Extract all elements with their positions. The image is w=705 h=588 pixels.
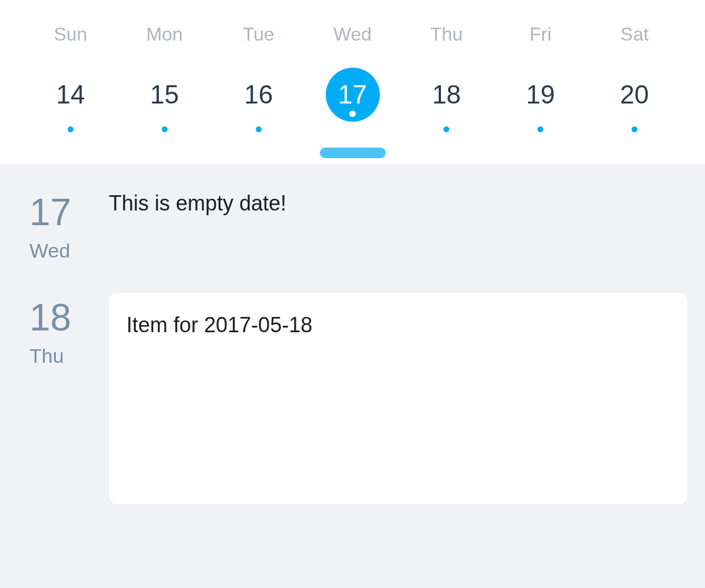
day-wed-selected[interactable]: Wed 17 bbox=[306, 24, 400, 122]
day-num-wrap: 16 bbox=[232, 68, 286, 122]
empty-date-message: This is empty date! bbox=[109, 188, 687, 216]
agenda-item-card[interactable]: Item for 2017-05-18 bbox=[109, 293, 687, 505]
event-dot-icon bbox=[68, 126, 73, 132]
agenda-date-number: 18 bbox=[29, 299, 71, 336]
day-name-label: Mon bbox=[146, 24, 183, 45]
agenda-content: This is empty date! bbox=[109, 188, 687, 216]
day-name-label: Sun bbox=[54, 24, 87, 45]
day-num-wrap: 17 bbox=[326, 68, 380, 122]
agenda-row-17: 17 Wed This is empty date! bbox=[0, 164, 705, 262]
agenda-date-number: 17 bbox=[29, 193, 71, 231]
day-sat[interactable]: Sat 20 bbox=[587, 24, 681, 122]
day-number: 14 bbox=[56, 80, 85, 109]
calendar-expand-knob[interactable] bbox=[320, 148, 386, 158]
agenda-list[interactable]: 17 Wed This is empty date! 18 Thu Item f… bbox=[0, 164, 705, 505]
agenda-content: Item for 2017-05-18 bbox=[109, 293, 687, 505]
agenda-date-header: 18 Thu bbox=[29, 293, 109, 368]
week-row: Sun 14 Mon 15 Tue 16 Wed 17 bbox=[0, 24, 705, 122]
day-name-label: Tue bbox=[243, 24, 275, 45]
day-num-wrap: 18 bbox=[419, 68, 473, 122]
day-tue[interactable]: Tue 16 bbox=[212, 24, 306, 122]
day-num-wrap: 15 bbox=[138, 68, 192, 122]
day-number: 18 bbox=[432, 80, 461, 109]
day-number: 15 bbox=[150, 80, 179, 109]
agenda-date-weekday: Wed bbox=[29, 239, 70, 262]
day-fri[interactable]: Fri 19 bbox=[493, 24, 587, 122]
day-mon[interactable]: Mon 15 bbox=[118, 24, 212, 122]
event-dot-icon bbox=[349, 111, 356, 117]
calendar-week-strip: Sun 14 Mon 15 Tue 16 Wed 17 bbox=[0, 0, 705, 164]
day-number: 20 bbox=[620, 80, 649, 109]
day-name-label: Wed bbox=[333, 24, 372, 45]
event-dot-icon bbox=[162, 126, 168, 132]
day-name-label: Thu bbox=[430, 24, 463, 45]
day-name-label: Fri bbox=[530, 24, 552, 45]
day-number: 16 bbox=[244, 80, 273, 109]
day-thu[interactable]: Thu 18 bbox=[399, 24, 493, 122]
calendar-knob-row bbox=[0, 122, 705, 164]
day-num-wrap: 19 bbox=[513, 68, 567, 122]
day-num-wrap: 14 bbox=[44, 68, 98, 122]
day-name-label: Sat bbox=[620, 24, 649, 45]
agenda-item-title: Item for 2017-05-18 bbox=[126, 313, 670, 338]
day-sun[interactable]: Sun 14 bbox=[24, 24, 118, 122]
event-dot-icon bbox=[256, 126, 262, 132]
day-number: 19 bbox=[526, 80, 555, 109]
agenda-date-weekday: Thu bbox=[29, 345, 64, 368]
day-num-wrap: 20 bbox=[607, 68, 661, 122]
agenda-row-18: 18 Thu Item for 2017-05-18 bbox=[0, 262, 705, 505]
day-number: 17 bbox=[338, 80, 367, 109]
agenda-date-header: 17 Wed bbox=[29, 188, 109, 262]
